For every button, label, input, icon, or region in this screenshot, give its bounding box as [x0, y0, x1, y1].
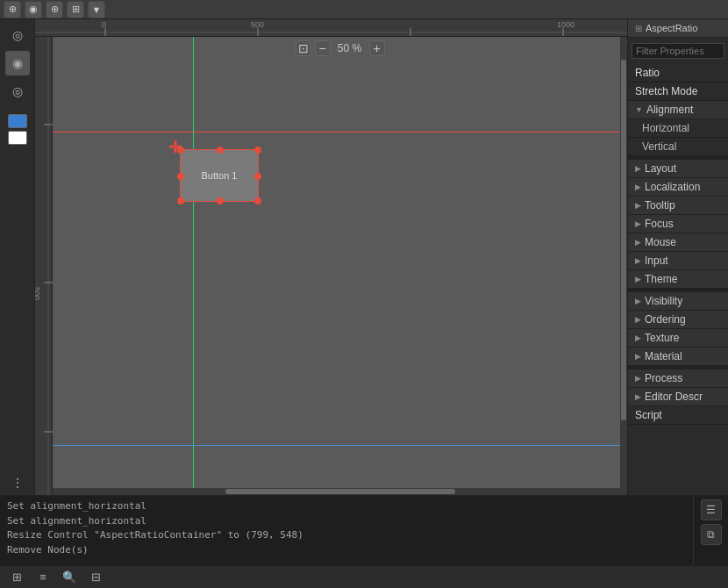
- log-line-2: Set alignment_horizontal: [7, 514, 686, 529]
- section-tooltip[interactable]: ▶ Tooltip: [628, 197, 728, 215]
- ruler-horizontal: 0 500 1000: [35, 19, 627, 37]
- zoom-in-button[interactable]: +: [369, 40, 385, 56]
- section-localization[interactable]: ▶ Localization: [628, 178, 728, 197]
- toolbar-btn-5[interactable]: ▼: [88, 1, 105, 18]
- section-layout[interactable]: ▶ Layout: [628, 160, 728, 178]
- log-line-4: Remove Node(s): [7, 543, 686, 558]
- sidebar-icon-2[interactable]: ◉: [5, 51, 30, 75]
- chevron-visibility: ▶: [635, 297, 641, 305]
- h-scrollbar-thumb[interactable]: [225, 489, 455, 494]
- log-line-1: Set alignment_horizontal: [7, 499, 686, 514]
- section-texture[interactable]: ▶ Texture: [628, 329, 728, 348]
- zoom-label: 50 %: [334, 42, 366, 54]
- section-mouse[interactable]: ▶ Mouse: [628, 233, 728, 252]
- toolbar-btn-4[interactable]: ⊞: [67, 1, 84, 18]
- chevron-input: ▶: [635, 256, 641, 265]
- handle-tr[interactable]: [254, 147, 261, 154]
- color-swatch-white[interactable]: [8, 131, 27, 145]
- chevron-focus: ▶: [635, 219, 641, 228]
- filter-container: [628, 38, 728, 64]
- sidebar-icon-1[interactable]: ◎: [5, 23, 30, 47]
- status-btn-search[interactable]: 🔍: [60, 568, 79, 587]
- panel-title-text: AspectRatio: [646, 23, 697, 33]
- v-scrollbar-thumb[interactable]: [621, 60, 626, 420]
- handle-bl[interactable]: [177, 197, 184, 204]
- left-sidebar: ◎ ◉ ◎ ⋮: [0, 19, 35, 495]
- handle-tl[interactable]: [177, 147, 184, 154]
- fit-button[interactable]: ⊡: [296, 40, 311, 56]
- section-input[interactable]: ▶ Input: [628, 252, 728, 270]
- canvas-viewport[interactable]: ⊡ − 50 % + ✛ Button 1: [53, 37, 627, 495]
- chevron-alignment: ▼: [635, 105, 643, 114]
- top-toolbar: ⊕ ◉ ⊕ ⊞ ▼: [0, 0, 728, 19]
- right-panel: ⊞ AspectRatio Ratio Stretch Mode ▼ Align…: [627, 19, 728, 495]
- filter-input[interactable]: [632, 43, 724, 59]
- panel-item-horizontal[interactable]: Horizontal: [628, 119, 728, 138]
- chevron-material: ▶: [635, 352, 641, 361]
- chevron-process: ▶: [635, 374, 641, 383]
- svg-text:1000: 1000: [557, 20, 575, 29]
- chevron-localization: ▶: [635, 183, 641, 191]
- ruler-vertical: 500: [35, 37, 53, 495]
- log-btn-filter[interactable]: ☰: [701, 499, 722, 520]
- toolbar-btn-2[interactable]: ◉: [25, 1, 42, 18]
- status-btn-list[interactable]: ≡: [33, 568, 53, 587]
- section-ordering[interactable]: ▶ Ordering: [628, 311, 728, 329]
- canvas-element-button1[interactable]: ✛ Button 1: [180, 149, 259, 202]
- handle-ml[interactable]: [177, 173, 184, 180]
- log-btn-copy[interactable]: ⧉: [701, 524, 722, 545]
- handle-bm[interactable]: [217, 197, 224, 204]
- log-line-3: Resize Control "AspectRatioContainer" to…: [7, 528, 686, 543]
- svg-text:0: 0: [102, 20, 106, 29]
- color-swatch-blue[interactable]: [8, 114, 27, 128]
- section-visibility[interactable]: ▶ Visibility: [628, 292, 728, 311]
- svg-text:500: 500: [251, 20, 264, 29]
- panel-item-ratio: Ratio: [628, 64, 728, 82]
- red-horizontal-line: [53, 132, 627, 133]
- main-area: ◎ ◉ ◎ ⋮ 0 500: [0, 19, 728, 495]
- chevron-texture: ▶: [635, 333, 641, 342]
- handle-mr[interactable]: [254, 173, 261, 180]
- section-theme[interactable]: ▶ Theme: [628, 270, 728, 289]
- green-vertical-line: [193, 37, 194, 495]
- element-label: Button 1: [202, 170, 238, 181]
- section-material[interactable]: ▶ Material: [628, 348, 728, 366]
- panel-title: ⊞ AspectRatio: [628, 19, 728, 38]
- chevron-mouse: ▶: [635, 238, 641, 247]
- status-bar: ⊞ ≡ 🔍 ⊟: [0, 565, 728, 588]
- zoom-bar: ⊡ − 50 % +: [296, 40, 385, 56]
- toolbar-btn-1[interactable]: ⊕: [4, 1, 21, 18]
- section-alignment[interactable]: ▼ Alignment: [628, 101, 728, 119]
- sidebar-icon-bottom[interactable]: ⋮: [5, 470, 30, 495]
- log-panel: Set alignment_horizontal Set alignment_h…: [0, 496, 693, 565]
- zoom-out-button[interactable]: −: [315, 40, 331, 56]
- chevron-editor-descr: ▶: [635, 392, 641, 401]
- handle-br[interactable]: [254, 197, 261, 204]
- chevron-tooltip: ▶: [635, 201, 641, 210]
- status-btn-grid[interactable]: ⊞: [7, 568, 26, 587]
- panel-item-script: Script: [628, 406, 728, 425]
- chevron-layout: ▶: [635, 164, 641, 173]
- panel-item-stretch: Stretch Mode: [628, 82, 728, 101]
- section-focus[interactable]: ▶ Focus: [628, 215, 728, 233]
- sidebar-icon-3[interactable]: ◎: [5, 79, 30, 104]
- blue-horizontal-line: [53, 445, 627, 446]
- panel-item-vertical[interactable]: Vertical: [628, 138, 728, 156]
- svg-text:500: 500: [35, 287, 41, 300]
- bottom-area: Set alignment_horizontal Set alignment_h…: [0, 495, 728, 565]
- v-scrollbar[interactable]: [620, 37, 627, 488]
- canvas-body: 500 ⊡ − 50 % +: [35, 37, 627, 495]
- canvas-area: 0 500 1000 500: [35, 19, 627, 495]
- status-btn-minus[interactable]: ⊟: [86, 568, 105, 587]
- log-toolbar: ☰ ⧉: [693, 496, 728, 565]
- section-process[interactable]: ▶ Process: [628, 369, 728, 388]
- toolbar-btn-3[interactable]: ⊕: [46, 1, 63, 18]
- h-scrollbar[interactable]: [53, 488, 627, 495]
- chevron-theme: ▶: [635, 275, 641, 283]
- section-editor-descr[interactable]: ▶ Editor Descr: [628, 388, 728, 406]
- chevron-ordering: ▶: [635, 315, 641, 324]
- handle-tm[interactable]: [217, 147, 224, 154]
